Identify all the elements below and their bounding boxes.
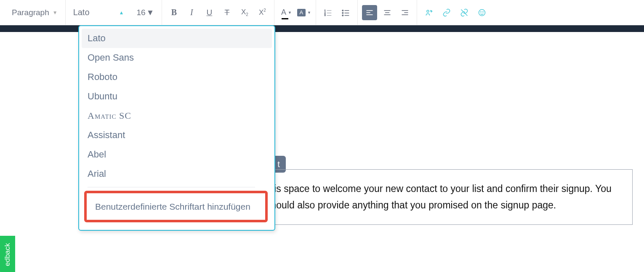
unlink-button[interactable]	[457, 5, 472, 20]
font-option[interactable]: Abel	[82, 145, 272, 164]
format-group: B I U T X2 X2	[162, 0, 274, 25]
align-center-button[interactable]	[380, 5, 395, 20]
font-family-dropdown: LatoOpen SansRobotoUbuntuAmatic SCAssist…	[78, 25, 275, 231]
svg-point-25	[483, 11, 483, 12]
divider	[88, 187, 255, 187]
add-custom-font-button[interactable]: Benutzerdefinierte Schriftart hinzufügen	[89, 196, 263, 217]
color-group: A ▼ A ▼	[274, 0, 316, 25]
svg-point-24	[481, 11, 481, 12]
italic-button[interactable]: I	[184, 5, 199, 20]
font-size-select[interactable]: 16 ▼	[133, 6, 157, 19]
caret-down-icon: ▼	[53, 10, 58, 16]
font-option[interactable]: Lato	[82, 29, 272, 48]
font-option[interactable]: Open Sans	[82, 48, 272, 67]
font-label: Lato	[73, 8, 90, 17]
rich-text-toolbar: Paragraph ▼ Lato ▲ 16 ▼ B I U T X2 X2 A …	[0, 0, 644, 25]
font-option[interactable]: Roboto	[82, 67, 272, 87]
caret-down-icon: ▼	[307, 11, 311, 15]
font-option[interactable]: Assistant	[82, 125, 272, 145]
personalization-button[interactable]	[421, 5, 436, 20]
add-custom-font-highlight: Benutzerdefinierte Schriftart hinzufügen	[84, 191, 268, 222]
background-color-button[interactable]: A ▼	[296, 5, 311, 20]
body-copy: this space to welcome your new contact t…	[266, 183, 612, 211]
link-button[interactable]	[439, 5, 454, 20]
svg-point-6	[342, 10, 343, 11]
font-group: Lato ▲ 16 ▼	[66, 0, 162, 25]
font-option[interactable]: Amatic SC	[82, 106, 272, 125]
paragraph-group: Paragraph ▼	[4, 0, 66, 25]
text-color-button[interactable]: A ▼	[279, 5, 294, 20]
svg-point-23	[479, 9, 485, 16]
ordered-list-button[interactable]: 123	[320, 5, 335, 20]
font-option[interactable]: Arial	[82, 164, 272, 184]
emoji-button[interactable]	[474, 5, 490, 20]
caret-down-icon: ▼	[288, 11, 292, 15]
caret-up-icon: ▲	[119, 10, 124, 16]
align-left-button[interactable]	[362, 5, 377, 20]
subscript-button[interactable]: X2	[237, 5, 252, 20]
underline-button[interactable]: U	[202, 5, 217, 20]
align-right-button[interactable]	[397, 5, 412, 20]
font-option[interactable]: Ubuntu	[82, 87, 272, 106]
bold-button[interactable]: B	[166, 5, 181, 20]
body-text-block[interactable]: this space to welcome your new contact t…	[254, 169, 633, 225]
color-bar-icon	[282, 18, 288, 19]
font-list[interactable]: LatoOpen SansRobotoUbuntuAmatic SCAssist…	[79, 26, 274, 230]
list-group: 123	[316, 0, 358, 25]
svg-point-10	[342, 15, 343, 16]
strikethrough-button[interactable]: T	[219, 5, 234, 20]
size-label: 16	[136, 8, 145, 17]
superscript-button[interactable]: X2	[255, 5, 270, 20]
svg-text:3: 3	[325, 14, 326, 16]
paragraph-style-select[interactable]: Paragraph ▼	[8, 6, 61, 19]
caret-down-icon: ▼	[146, 8, 154, 17]
svg-point-8	[342, 12, 343, 13]
svg-point-21	[427, 10, 429, 12]
font-family-select[interactable]: Lato ▲	[70, 6, 128, 19]
insert-group	[417, 0, 494, 25]
paragraph-label: Paragraph	[12, 8, 49, 17]
unordered-list-button[interactable]	[338, 5, 353, 20]
fill-icon: A	[297, 9, 306, 16]
align-group	[358, 0, 417, 25]
feedback-tab[interactable]: edback	[0, 236, 15, 272]
